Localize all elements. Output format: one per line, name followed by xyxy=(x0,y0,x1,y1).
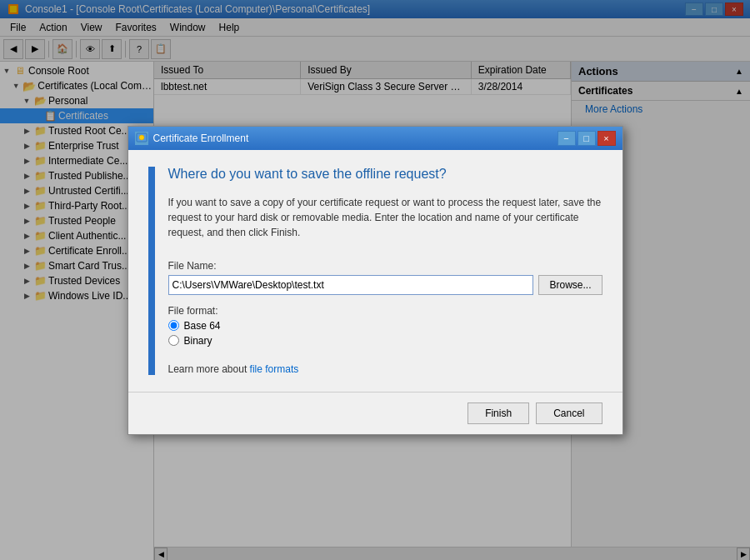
dialog-cert-icon xyxy=(135,132,148,145)
finish-button[interactable]: Finish xyxy=(468,402,529,424)
radio-binary-input[interactable] xyxy=(168,335,179,346)
dialog-title-left: Certificate Enrollment xyxy=(135,132,249,145)
file-formats-link[interactable]: file formats xyxy=(250,363,299,375)
file-name-group: File Name: Browse... xyxy=(168,260,602,295)
dialog-close-button[interactable]: × xyxy=(598,131,616,146)
file-format-group: File format: Base 64 Binary xyxy=(168,305,602,347)
radio-base64-input[interactable] xyxy=(168,320,179,331)
file-name-input[interactable] xyxy=(168,275,534,295)
dialog-heading: Where do you want to save the offline re… xyxy=(168,167,602,182)
dialog-controls: − □ × xyxy=(558,131,616,146)
learn-more-text: Learn more about xyxy=(168,363,250,375)
certificate-enrollment-dialog: Certificate Enrollment − □ × Where do yo… xyxy=(128,126,623,435)
radio-binary-label: Binary xyxy=(184,335,212,347)
radio-binary[interactable]: Binary xyxy=(168,335,602,347)
dialog-body: Where do you want to save the offline re… xyxy=(128,150,622,392)
radio-base64-label: Base 64 xyxy=(184,320,221,332)
radio-base64[interactable]: Base 64 xyxy=(168,320,602,332)
dialog-maximize-button[interactable]: □ xyxy=(578,131,596,146)
dialog-main-content: Where do you want to save the offline re… xyxy=(168,167,602,375)
browse-button[interactable]: Browse... xyxy=(538,275,602,295)
modal-overlay: Certificate Enrollment − □ × Where do yo… xyxy=(0,0,750,560)
dialog-title-bar: Certificate Enrollment − □ × xyxy=(128,127,622,150)
file-name-label: File Name: xyxy=(168,260,602,272)
svg-point-3 xyxy=(139,135,144,140)
cancel-button[interactable]: Cancel xyxy=(536,402,602,424)
learn-more-section: Learn more about file formats xyxy=(168,363,602,375)
dialog-minimize-button[interactable]: − xyxy=(558,131,576,146)
file-name-row: Browse... xyxy=(168,275,602,295)
file-format-label: File format: xyxy=(168,305,602,317)
dialog-side-bar: Where do you want to save the offline re… xyxy=(148,167,602,375)
dialog-description: If you want to save a copy of your certi… xyxy=(168,195,602,240)
dialog-footer: Finish Cancel xyxy=(128,392,622,434)
dialog-left-accent-bar xyxy=(148,167,155,375)
dialog-title-text: Certificate Enrollment xyxy=(153,132,249,144)
